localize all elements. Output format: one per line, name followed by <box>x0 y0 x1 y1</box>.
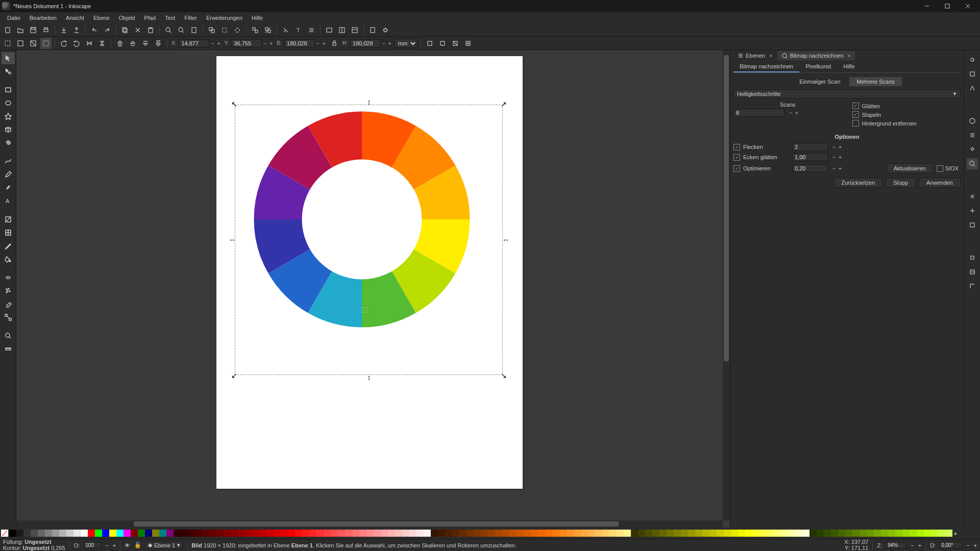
menu-filters[interactable]: Filter <box>180 14 201 22</box>
properties-button[interactable] <box>349 24 360 36</box>
scans-plus[interactable]: + <box>794 110 800 116</box>
selection-mode-button[interactable] <box>40 38 52 49</box>
lower-bottom-button[interactable] <box>153 38 164 49</box>
close-button[interactable] <box>958 0 978 12</box>
swatch[interactable] <box>345 530 352 537</box>
minimize-button[interactable] <box>917 0 937 12</box>
swatch[interactable] <box>467 530 474 537</box>
w-minus[interactable]: − <box>315 40 321 46</box>
removebg-checkbox[interactable] <box>852 120 859 127</box>
flip-v-button[interactable] <box>96 38 108 49</box>
smooth-checkbox[interactable] <box>852 103 859 109</box>
swatch[interactable] <box>209 530 216 537</box>
layer-visible-icon[interactable]: 👁 <box>125 542 130 548</box>
swatch[interactable] <box>495 530 502 537</box>
swatch[interactable] <box>88 530 95 537</box>
swatch[interactable] <box>545 530 552 537</box>
swatch[interactable] <box>931 530 938 537</box>
swatch[interactable] <box>23 530 31 537</box>
y-minus[interactable]: − <box>262 40 268 46</box>
scrollbar-horizontal[interactable] <box>16 520 723 528</box>
open-button[interactable] <box>15 24 26 36</box>
swatch[interactable] <box>166 530 174 537</box>
scrollbar-vertical[interactable] <box>723 50 730 520</box>
dock-btn-7[interactable] <box>967 158 978 169</box>
zoom-sel-button[interactable] <box>163 24 174 36</box>
swatch[interactable] <box>760 530 767 537</box>
swatch[interactable] <box>559 530 567 537</box>
method-dropdown[interactable]: Helligkeitsschritte ▼ <box>733 89 961 98</box>
pencil-tool[interactable] <box>2 168 15 181</box>
update-button[interactable]: Aktualisieren <box>886 163 934 173</box>
tweak-tool[interactable] <box>2 271 15 284</box>
swatch[interactable] <box>695 530 702 537</box>
handle-s[interactable]: ↕ <box>366 375 372 380</box>
swatch[interactable] <box>81 530 88 537</box>
lower-button[interactable] <box>140 38 151 49</box>
reset-button[interactable]: Zurücksetzen <box>834 178 883 188</box>
swatch[interactable] <box>452 530 459 537</box>
swatch[interactable] <box>767 530 774 537</box>
swatch[interactable] <box>109 530 116 537</box>
optimize-input[interactable] <box>792 164 828 172</box>
swatch[interactable] <box>259 530 266 537</box>
corners-plus[interactable]: + <box>837 154 843 160</box>
w-plus[interactable]: + <box>321 40 327 46</box>
swatch[interactable] <box>602 530 609 537</box>
swatch[interactable] <box>895 530 902 537</box>
color-palette[interactable]: ▸ <box>0 528 980 539</box>
swatch[interactable] <box>52 530 59 537</box>
measure-tool[interactable] <box>2 343 15 355</box>
swatch[interactable] <box>102 530 109 537</box>
menu-help[interactable]: Hilfe <box>248 14 267 22</box>
swatch[interactable] <box>867 530 874 537</box>
menu-path[interactable]: Pfad <box>140 14 160 22</box>
swatch[interactable] <box>395 530 402 537</box>
scans-input[interactable] <box>733 109 785 117</box>
swatch[interactable] <box>781 530 788 537</box>
swatch[interactable] <box>331 530 338 537</box>
h-minus[interactable]: − <box>381 40 387 46</box>
close-layers-tab[interactable]: × <box>769 53 772 59</box>
lock-aspect-button[interactable] <box>329 38 340 49</box>
unlink-button[interactable] <box>232 24 243 36</box>
menu-text[interactable]: Text <box>161 14 179 22</box>
select-all-button[interactable] <box>2 38 13 49</box>
rotate-cw-button[interactable] <box>71 38 82 49</box>
zoom-tool[interactable] <box>2 330 15 342</box>
maximize-button[interactable] <box>937 0 958 12</box>
swatch[interactable] <box>917 530 924 537</box>
subtab-trace[interactable]: Bitmap nachzeichnen <box>733 61 799 72</box>
raise-button[interactable] <box>127 38 138 49</box>
swatch[interactable] <box>38 530 45 537</box>
speckles-input[interactable] <box>792 143 828 151</box>
swatch[interactable] <box>224 530 231 537</box>
rotate-ccw-button[interactable] <box>58 38 69 49</box>
swatch[interactable] <box>31 530 38 537</box>
no-color-swatch[interactable] <box>1 530 8 537</box>
swatch[interactable] <box>624 530 631 537</box>
swatch[interactable] <box>609 530 617 537</box>
swatch[interactable] <box>309 530 316 537</box>
selectors-button[interactable] <box>336 24 348 36</box>
speckles-plus[interactable]: + <box>837 144 843 150</box>
optimize-checkbox[interactable] <box>733 165 740 172</box>
swatch[interactable] <box>788 530 795 537</box>
rot-minus[interactable]: − <box>966 542 969 548</box>
opacity-input[interactable] <box>84 542 101 548</box>
y-input[interactable] <box>231 39 262 47</box>
swatch[interactable] <box>667 530 674 537</box>
node-tool[interactable] <box>2 65 15 78</box>
handle-sw[interactable]: ↙ <box>232 373 237 378</box>
swatch[interactable] <box>116 530 124 537</box>
new-doc-button[interactable] <box>2 24 13 36</box>
h-plus[interactable]: + <box>387 40 393 46</box>
3dbox-tool[interactable] <box>2 123 15 136</box>
swatch[interactable] <box>66 530 74 537</box>
rot-plus[interactable]: + <box>974 542 977 548</box>
menu-view[interactable]: Ansicht <box>62 14 88 22</box>
swatch[interactable] <box>274 530 281 537</box>
handle-w[interactable]: ↔ <box>230 237 235 242</box>
swatch[interactable] <box>567 530 574 537</box>
swatch[interactable] <box>366 530 374 537</box>
